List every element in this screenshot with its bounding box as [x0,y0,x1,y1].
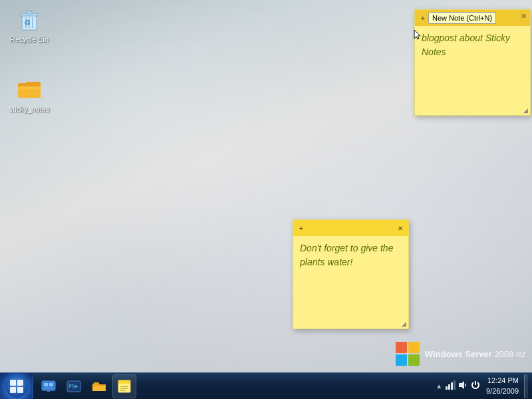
svg-text:PS>: PS> [68,384,78,390]
taskbar-icon-powershell[interactable]: PS> [62,374,86,398]
svg-rect-21 [44,388,53,389]
svg-rect-10 [396,342,407,353]
top-note-close-btn[interactable]: ✕ [519,11,528,21]
svg-rect-13 [408,354,420,366]
tray-power-icon[interactable] [470,380,481,392]
desktop: ♻ Recycle Bin sticky_notes + ✕ Don't for… [0,0,532,399]
svg-rect-20 [49,383,53,386]
svg-rect-17 [17,387,23,393]
new-note-tooltip: New Note (Ctrl+N) [428,12,496,24]
svg-rect-33 [448,384,450,390]
svg-rect-19 [44,383,48,386]
tray-icons [445,380,481,392]
svg-rect-14 [10,380,16,386]
windows-watermark: Windows Server 2008 R2 [394,340,525,367]
tray-network-icon[interactable] [445,380,456,392]
recycle-bin-label: Recycle Bin [10,35,49,44]
sticky-notes-folder-image [16,76,43,102]
main-note-add-btn[interactable]: + [296,223,307,233]
taskbar-icons: PS> [33,373,140,399]
recycle-bin-icon[interactable]: ♻ Recycle Bin [3,3,56,47]
system-tray: ▲ [432,373,532,399]
taskbar-icon-explorer[interactable] [87,374,111,398]
sticky-notes-folder-label: sticky_notes [9,105,50,114]
svg-rect-26 [92,386,106,391]
svg-rect-8 [18,86,41,89]
main-note-resize[interactable]: ◢ [402,321,406,327]
svg-rect-25 [74,386,76,387]
clock-time: 12:24 PM [486,376,519,386]
start-button[interactable] [0,373,33,400]
sticky-notes-folder-icon[interactable]: sticky_notes [3,73,56,116]
svg-rect-15 [17,380,23,386]
main-note-close-btn[interactable]: ✕ [395,223,406,233]
clock-date: 9/26/2009 [486,386,519,396]
start-orb [5,375,28,398]
recycle-bin-image: ♻ [16,6,43,33]
top-note-add-btn[interactable]: + [418,13,428,23]
svg-rect-35 [454,380,456,390]
svg-rect-5 [27,11,32,14]
taskbar-icon-sticky-notes[interactable] [112,374,136,398]
svg-rect-32 [446,386,448,390]
svg-rect-16 [10,387,16,393]
main-note-content[interactable]: Don't forget to give the plants water! [293,236,408,275]
tray-volume-icon[interactable] [458,380,468,392]
top-note-content[interactable]: blogpost about Sticky Notes [415,26,530,65]
taskbar: PS> [0,372,532,399]
svg-rect-22 [47,390,50,392]
taskbar-icon-server-manager[interactable] [37,374,61,398]
svg-rect-28 [118,380,130,384]
system-clock[interactable]: 12:24 PM 9/26/2009 [483,376,521,396]
show-desktop-btn[interactable] [524,374,528,398]
svg-text:♻: ♻ [24,19,31,27]
top-note-resize[interactable]: ◢ [523,108,528,114]
svg-marker-36 [459,381,464,389]
top-note-header: + New Note (Ctrl+N) ✕ [415,10,530,26]
main-note-header: + ✕ [293,220,408,236]
svg-rect-12 [396,354,407,366]
svg-rect-34 [451,382,453,390]
windows-server-text: Windows Server 2008 R2 [425,349,525,359]
main-sticky-note[interactable]: + ✕ Don't forget to give the plants wate… [293,219,409,329]
top-sticky-note[interactable]: + New Note (Ctrl+N) ✕ blogpost about Sti… [414,9,531,116]
tray-expand-btn[interactable]: ▲ [436,382,442,390]
svg-rect-11 [408,342,420,353]
